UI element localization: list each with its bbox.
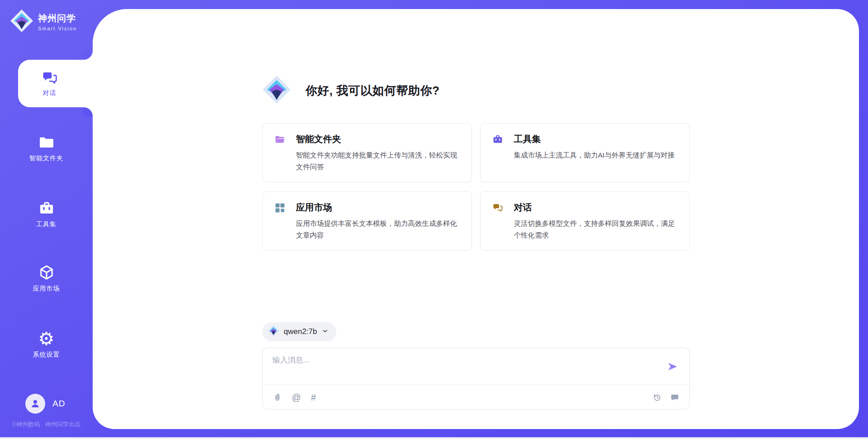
card-title: 工具集 [514,133,541,145]
chevron-down-icon [321,327,329,337]
cube-icon [38,264,55,281]
avatar [25,394,45,414]
brand: 神州问学 Smart Vision [10,9,77,34]
card-description: 集成市场上主流工具，助力AI与外界无缝扩展与对接 [514,149,678,161]
model-selector[interactable]: qwen2:7b [262,322,337,341]
card-description: 智能文件夹功能支持批量文件上传与清洗，轻松实现文件问答 [296,149,460,172]
feedback-icon[interactable] [670,393,679,402]
chat-icon [492,202,503,213]
mention-icon[interactable]: @ [292,392,301,403]
tab-fillet [84,51,93,60]
history-icon[interactable] [652,393,662,402]
sidebar-item-smart-folder[interactable]: 智能文件夹 [0,123,93,173]
sidebar-item-chat[interactable]: 对话 [18,60,93,107]
feature-cards: 智能文件夹 智能文件夹功能支持批量文件上传与清洗，轻松实现文件问答 工具集 [262,123,690,251]
greeting-title: 你好, 我可以如何帮助你? [306,83,440,99]
hashtag-icon[interactable]: # [311,392,316,403]
sidebar-footer-note: ©神州数码 · 神州问学出品 [0,420,93,429]
input-toolbar: @ # [273,385,679,410]
card-toolbox[interactable]: 工具集 集成市场上主流工具，助力AI与外界无缝扩展与对接 [480,123,690,182]
chat-icon [42,70,58,86]
card-app-market[interactable]: 应用市场 应用市场提供丰富长文本模板，助力高效生成多样化文章内容 [262,191,472,251]
folder-open-icon [274,134,285,145]
attachment-icon[interactable] [273,393,282,402]
diamond-logo-icon [262,75,291,106]
sidebar-item-label: 应用市场 [33,285,60,293]
person-icon [29,398,41,410]
message-input[interactable] [273,355,648,381]
user-label: AD [52,399,65,409]
diamond-logo-icon [268,325,279,339]
sidebar-item-label: 智能文件夹 [29,154,63,162]
card-description: 灵活切换多模型文件，支持多样回复效果调试，满足个性化需求 [514,218,678,241]
horizontal-scrollbar-track[interactable] [0,437,868,439]
brand-subtitle: Smart Vision [38,26,77,31]
toolbox-icon [492,134,503,145]
card-smart-folder[interactable]: 智能文件夹 智能文件夹功能支持批量文件上传与清洗，轻松实现文件问答 [262,123,472,182]
sidebar-item-label: 对话 [43,89,57,97]
gear-icon: ⚙ [38,330,55,347]
composer: qwen2:7b [262,322,690,410]
sidebar-item-label: 系统设置 [33,351,60,359]
diamond-logo-icon [10,9,33,34]
user-account[interactable]: AD [25,394,65,414]
card-title: 应用市场 [296,201,332,214]
toolbox-icon [38,200,55,216]
model-name: qwen2:7b [284,327,317,336]
card-chat[interactable]: 对话 灵活切换多模型文件，支持多样回复效果调试，满足个性化需求 [480,191,690,251]
sidebar-item-settings[interactable]: ⚙ 系统设置 [0,320,93,369]
brand-name: 神州问学 [38,12,77,24]
sidebar-item-label: 工具集 [36,220,57,229]
sidebar-item-app-market[interactable]: 应用市场 [0,253,93,303]
folder-icon [38,134,55,150]
grid-icon [274,202,285,213]
message-input-box: @ # [262,348,690,410]
tab-fillet [84,107,93,116]
card-description: 应用市场提供丰富长文本模板，助力高效生成多样化文章内容 [296,218,460,241]
card-title: 智能文件夹 [296,133,341,145]
send-icon[interactable] [667,361,679,372]
greeting: 你好, 我可以如何帮助你? [262,75,690,106]
sidebar: 神州问学 Smart Vision 对话 智能文件夹 [0,0,93,439]
sidebar-item-toolbox[interactable]: 工具集 [0,189,93,239]
card-title: 对话 [514,201,532,214]
main-panel: 你好, 我可以如何帮助你? 智能文件夹 智能文件夹功能支持批量文件上传与清洗，轻… [93,9,859,429]
